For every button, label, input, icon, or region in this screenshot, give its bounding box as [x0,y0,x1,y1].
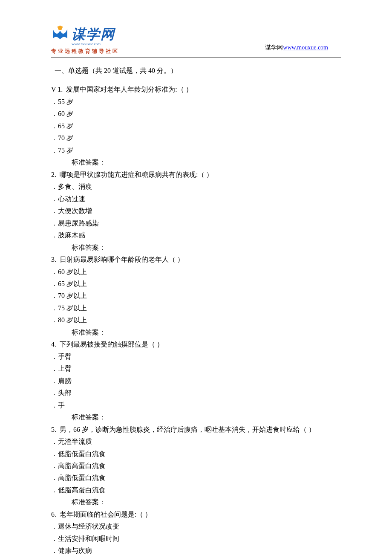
answer-label: 标准答案： [51,411,341,423]
option: ．无渣半流质 [51,436,341,448]
page-header: 谋学网 www.mouxue.com 专业远程教育辅导社区 谋学网www.mou… [51,26,341,55]
option: ．心动过速 [51,193,341,205]
option: ．上臂 [51,363,341,375]
q-prefix: 2. [51,171,56,178]
option: ．75 岁以上 [51,302,341,314]
header-divider [51,58,341,58]
answer-label: 标准答案： [51,156,341,168]
question-stem: 6. 老年期面临的社会问题是:（ ） [51,509,341,520]
option: ．头部 [51,387,341,399]
page-root: 谋学网 www.mouxue.com 专业远程教育辅导社区 谋学网www.mou… [0,0,392,555]
question-stem: 4. 下列最易被接受的触摸部位是（ ） [51,338,341,350]
option: ．肢麻木感 [51,229,341,241]
header-right: 谋学网www.mouxue.com [265,44,341,55]
option: ．高脂低蛋白流食 [51,472,341,484]
question-stem: V 1. 发展中国家对老年人年龄划分标准为:（ ） [51,84,341,95]
option: ．手 [51,399,341,411]
option: ．肩膀 [51,375,341,387]
logo-tagline: 专业远程教育辅导社区 [51,48,119,55]
q-text: 下列最易被接受的触摸部位是（ ） [60,341,164,348]
q-prefix: 5. [51,426,56,433]
q-text: 哪项是甲状腺功能亢进症和糖尿病共有的表现:（ ） [60,171,213,178]
q-prefix: 3. [51,256,56,263]
option: ．手臂 [51,351,341,363]
option: ．退休与经济状况改变 [51,520,341,532]
option: ．易患尿路感染 [51,217,341,229]
option: ．大便次数增 [51,205,341,217]
header-link[interactable]: www.mouxue.com [283,44,328,51]
option: ．生活安排和闲暇时间 [51,533,341,545]
answer-label: 标准答案： [51,496,341,508]
option: ．55 岁 [51,96,341,108]
logo-url-small: www.mouxue.com [72,42,101,46]
logo-icon [51,26,69,43]
q-text: 发展中国家对老年人年龄划分标准为:（ ） [66,86,192,93]
answer-label: 标准答案： [51,242,341,254]
option: ．高脂高蛋白流食 [51,460,341,472]
q-text: 男，66 岁，诊断为急性胰腺炎，经治疗后腹痛，呕吐基本消失，开始进食时应给（ ） [60,426,315,433]
option: ．70 岁以上 [51,290,341,302]
option: ．75 岁 [51,145,341,156]
section-title: 一、单选题（共 20 道试题，共 40 分。） [51,65,341,77]
logo-text: 谋学网 [72,27,115,41]
logo-top-row: 谋学网 [51,26,115,43]
q-prefix: 6. [51,511,56,518]
option: ．低脂低蛋白流食 [51,448,341,460]
option: ．健康与疾病 [51,545,341,555]
q-prefix: 4. [51,341,56,348]
option: ．80 岁以上 [51,314,341,326]
q-text: 日射病最易影响哪个年龄段的老年人（ ） [60,256,184,263]
q-text: 老年期面临的社会问题是:（ ） [60,511,152,518]
q-prefix: V 1. [51,86,63,93]
option: ．70 岁 [51,132,341,144]
content: 一、单选题（共 20 道试题，共 40 分。） V 1. 发展中国家对老年人年龄… [51,65,341,555]
answer-label: 标准答案： [51,327,341,338]
option: ．60 岁 [51,108,341,120]
question-stem: 2. 哪项是甲状腺功能亢进症和糖尿病共有的表现:（ ） [51,169,341,181]
logo-block: 谋学网 www.mouxue.com 专业远程教育辅导社区 [51,26,119,55]
question-stem: 5. 男，66 岁，诊断为急性胰腺炎，经治疗后腹痛，呕吐基本消失，开始进食时应给… [51,424,341,436]
option: ．低脂高蛋白流食 [51,484,341,496]
option: ．65 岁 [51,120,341,132]
question-stem: 3. 日射病最易影响哪个年龄段的老年人（ ） [51,254,341,266]
option: ．多食、消瘦 [51,181,341,193]
option: ．65 岁以上 [51,278,341,290]
option: ．60 岁以上 [51,266,341,278]
header-right-label: 谋学网 [265,44,283,51]
